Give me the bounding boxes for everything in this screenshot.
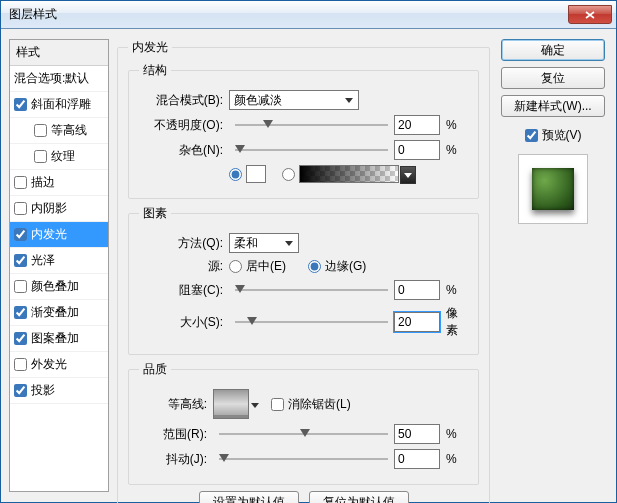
chevron-down-icon[interactable] bbox=[400, 166, 416, 184]
noise-label: 杂色(N): bbox=[139, 142, 229, 159]
range-label: 范围(R): bbox=[139, 426, 213, 443]
blending-options-row[interactable]: 混合选项:默认 bbox=[10, 66, 108, 92]
preview-cube-icon bbox=[532, 168, 574, 210]
technique-label: 方法(Q): bbox=[139, 235, 229, 252]
layer-style-dialog: 图层样式 样式 混合选项:默认 斜面和浮雕等高线纹理描边内阴影内发光光泽颜色叠加… bbox=[0, 0, 617, 503]
styles-list: 样式 混合选项:默认 斜面和浮雕等高线纹理描边内阴影内发光光泽颜色叠加渐变叠加图… bbox=[9, 39, 109, 492]
color-radio[interactable] bbox=[229, 168, 242, 181]
size-label: 大小(S): bbox=[139, 314, 229, 331]
style-label: 内阴影 bbox=[31, 200, 67, 217]
titlebar: 图层样式 bbox=[1, 1, 616, 29]
size-slider[interactable] bbox=[235, 313, 388, 331]
choke-slider[interactable] bbox=[235, 281, 388, 299]
settings-panel: 内发光 结构 混合模式(B): 颜色减淡 不透明度(O): 20 bbox=[117, 39, 490, 492]
style-item[interactable]: 图案叠加 bbox=[10, 326, 108, 352]
style-item[interactable]: 内发光 bbox=[10, 222, 108, 248]
style-item[interactable]: 外发光 bbox=[10, 352, 108, 378]
preview-check[interactable]: 预览(V) bbox=[525, 127, 582, 144]
style-label: 斜面和浮雕 bbox=[31, 96, 91, 113]
gradient-picker[interactable] bbox=[299, 165, 399, 183]
cancel-button[interactable]: 复位 bbox=[501, 67, 605, 89]
style-item[interactable]: 光泽 bbox=[10, 248, 108, 274]
style-checkbox[interactable] bbox=[14, 280, 27, 293]
structure-group: 结构 混合模式(B): 颜色减淡 不透明度(O): 20 % bbox=[128, 62, 479, 199]
source-center-radio[interactable] bbox=[229, 260, 242, 273]
range-input[interactable]: 50 bbox=[394, 424, 440, 444]
style-item[interactable]: 等高线 bbox=[10, 118, 108, 144]
quality-group: 品质 等高线: 消除锯齿(L) 范围(R): 50 % bbox=[128, 361, 479, 485]
style-label: 内发光 bbox=[31, 226, 67, 243]
style-item[interactable]: 描边 bbox=[10, 170, 108, 196]
new-style-button[interactable]: 新建样式(W)... bbox=[501, 95, 605, 117]
elements-group: 图素 方法(Q): 柔和 源: 居中(E) bbox=[128, 205, 479, 355]
choke-label: 阻塞(C): bbox=[139, 282, 229, 299]
style-label: 光泽 bbox=[31, 252, 55, 269]
style-checkbox[interactable] bbox=[34, 124, 47, 137]
style-label: 颜色叠加 bbox=[31, 278, 79, 295]
close-icon bbox=[585, 11, 595, 19]
gradient-radio[interactable] bbox=[282, 168, 295, 181]
jitter-slider[interactable] bbox=[219, 450, 388, 468]
style-label: 等高线 bbox=[51, 122, 87, 139]
technique-combo[interactable]: 柔和 bbox=[229, 233, 299, 253]
style-item[interactable]: 内阴影 bbox=[10, 196, 108, 222]
style-label: 描边 bbox=[31, 174, 55, 191]
ok-button[interactable]: 确定 bbox=[501, 39, 605, 61]
reset-default-button[interactable]: 复位为默认值 bbox=[309, 491, 409, 503]
window-title: 图层样式 bbox=[9, 6, 57, 23]
style-checkbox[interactable] bbox=[14, 176, 27, 189]
source-label: 源: bbox=[139, 258, 229, 275]
style-label: 纹理 bbox=[51, 148, 75, 165]
style-label: 图案叠加 bbox=[31, 330, 79, 347]
style-item[interactable]: 渐变叠加 bbox=[10, 300, 108, 326]
style-checkbox[interactable] bbox=[14, 254, 27, 267]
jitter-label: 抖动(J): bbox=[139, 451, 213, 468]
style-item[interactable]: 斜面和浮雕 bbox=[10, 92, 108, 118]
style-checkbox[interactable] bbox=[14, 228, 27, 241]
opacity-label: 不透明度(O): bbox=[139, 117, 229, 134]
contour-picker[interactable] bbox=[213, 389, 249, 419]
blend-mode-combo[interactable]: 颜色减淡 bbox=[229, 90, 359, 110]
style-item[interactable]: 纹理 bbox=[10, 144, 108, 170]
style-item[interactable]: 投影 bbox=[10, 378, 108, 404]
style-checkbox[interactable] bbox=[14, 358, 27, 371]
source-edge-radio[interactable] bbox=[308, 260, 321, 273]
style-label: 渐变叠加 bbox=[31, 304, 79, 321]
right-panel: 确定 复位 新建样式(W)... 预览(V) bbox=[498, 39, 608, 492]
style-checkbox[interactable] bbox=[14, 306, 27, 319]
blend-mode-label: 混合模式(B): bbox=[139, 92, 229, 109]
antialias-check[interactable]: 消除锯齿(L) bbox=[271, 396, 351, 413]
style-checkbox[interactable] bbox=[14, 98, 27, 111]
close-button[interactable] bbox=[568, 5, 612, 24]
styles-header: 样式 bbox=[10, 40, 108, 66]
color-swatch[interactable] bbox=[246, 165, 266, 183]
opacity-input[interactable]: 20 bbox=[394, 115, 440, 135]
chevron-down-icon bbox=[342, 93, 356, 107]
noise-slider[interactable] bbox=[235, 141, 388, 159]
noise-input[interactable]: 0 bbox=[394, 140, 440, 160]
make-default-button[interactable]: 设置为默认值 bbox=[199, 491, 299, 503]
style-checkbox[interactable] bbox=[14, 384, 27, 397]
range-slider[interactable] bbox=[219, 425, 388, 443]
chevron-down-icon bbox=[282, 236, 296, 250]
choke-input[interactable]: 0 bbox=[394, 280, 440, 300]
preview-thumb bbox=[518, 154, 588, 224]
style-checkbox[interactable] bbox=[14, 202, 27, 215]
opacity-slider[interactable] bbox=[235, 116, 388, 134]
inner-glow-group: 内发光 结构 混合模式(B): 颜色减淡 不透明度(O): 20 bbox=[117, 39, 490, 503]
style-label: 外发光 bbox=[31, 356, 67, 373]
style-item[interactable]: 颜色叠加 bbox=[10, 274, 108, 300]
contour-label: 等高线: bbox=[139, 396, 213, 413]
style-checkbox[interactable] bbox=[34, 150, 47, 163]
size-input[interactable]: 20 bbox=[394, 312, 440, 332]
style-label: 投影 bbox=[31, 382, 55, 399]
panel-title: 内发光 bbox=[128, 39, 172, 56]
chevron-down-icon[interactable] bbox=[251, 397, 259, 411]
style-checkbox[interactable] bbox=[14, 332, 27, 345]
jitter-input[interactable]: 0 bbox=[394, 449, 440, 469]
